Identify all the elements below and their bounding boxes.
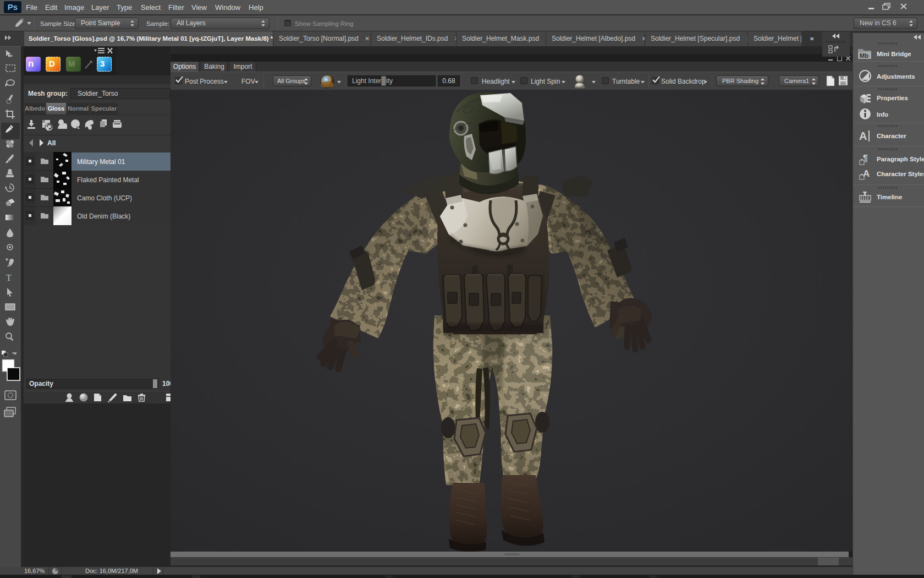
svg-text:T: T: [6, 273, 12, 282]
svg-text:¶: ¶: [863, 154, 868, 163]
svg-text:A: A: [859, 130, 867, 142]
svg-text:Mb: Mb: [860, 52, 868, 59]
